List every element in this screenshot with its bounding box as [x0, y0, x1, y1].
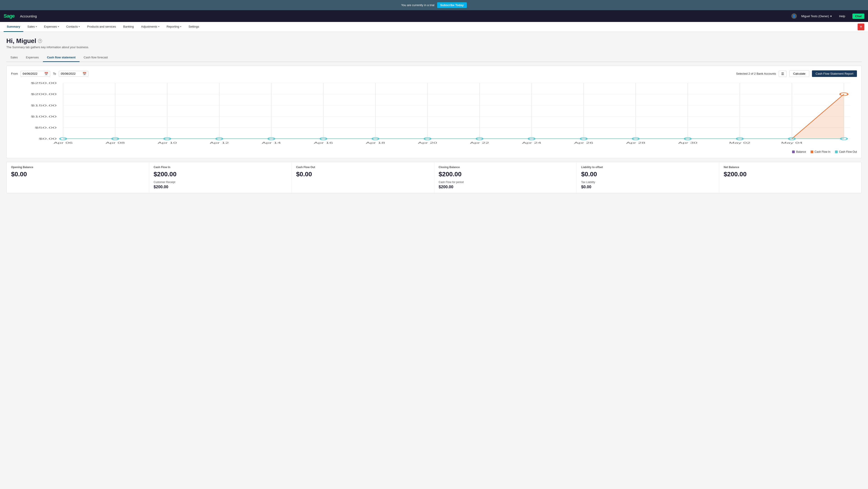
nav-item-adjustments[interactable]: Adjustments ▾ — [138, 22, 162, 32]
svg-text:May 04: May 04 — [781, 141, 802, 144]
tab-sales[interactable]: Sales — [6, 53, 22, 62]
svg-text:May 02: May 02 — [729, 141, 750, 144]
cash-flow-in-value: $200.00 — [154, 171, 287, 178]
app-name: Accounting — [20, 14, 37, 18]
svg-text:Apr 06: Apr 06 — [54, 141, 73, 144]
stat-net-balance: Net Balance $200.00 — [719, 162, 862, 193]
stat-liability-to-offset: Liability to offset $0.00 Tax Liability … — [577, 162, 719, 193]
svg-text:Apr 26: Apr 26 — [574, 141, 593, 144]
add-button[interactable]: + — [858, 24, 864, 30]
stat-opening-balance: Opening Balance $0.00 — [6, 162, 149, 193]
svg-text:Apr 24: Apr 24 — [522, 141, 541, 144]
svg-text:Apr 10: Apr 10 — [158, 141, 177, 144]
sales-chevron-icon: ▾ — [36, 25, 37, 28]
net-balance-value: $200.00 — [724, 171, 857, 178]
tab-cash-flow-forecast[interactable]: Cash flow forecast — [80, 53, 112, 62]
opening-balance-value: $0.00 — [11, 171, 145, 178]
page-subtitle: The Summary tab gathers key information … — [6, 46, 862, 49]
svg-text:Apr 30: Apr 30 — [678, 141, 698, 144]
legend-cash-flow-in-color — [811, 150, 813, 153]
liability-to-offset-label: Liability to offset — [581, 166, 715, 169]
user-avatar-icon: 👤 — [792, 13, 797, 19]
from-date-field[interactable] — [23, 72, 43, 75]
legend-balance-color — [792, 150, 795, 153]
tax-liability-value: $0.00 — [581, 185, 715, 190]
chart-container: From 📅 To 📅 Selected 2 of 2 Bank Account… — [6, 66, 862, 158]
stats-row: Opening Balance $0.00 Cash Flow In $200.… — [6, 162, 862, 193]
from-label: From — [11, 72, 18, 75]
reporting-chevron-icon: ▾ — [180, 25, 181, 28]
cash-flow-period-label: Cash Flow for period — [439, 180, 572, 184]
svg-text:$250.00: $250.00 — [31, 82, 57, 84]
svg-text:Apr 22: Apr 22 — [470, 141, 489, 144]
user-chevron-icon: ▾ — [830, 15, 832, 18]
adjustments-chevron-icon: ▾ — [158, 25, 159, 28]
legend-cash-flow-in: Cash Flow In — [811, 150, 831, 153]
legend-cash-flow-in-label: Cash Flow In — [815, 150, 831, 153]
nav-item-contacts[interactable]: Contacts ▾ — [63, 22, 83, 32]
bank-accounts-text: Selected 2 of 2 Bank Accounts — [736, 72, 776, 75]
cash-flow-report-button[interactable]: Cash Flow Statement Report — [812, 70, 857, 77]
chart-legend: Balance Cash Flow In Cash Flow Out — [11, 150, 857, 153]
page-title: Hi, Miguel ? — [6, 37, 862, 45]
nav-item-expenses[interactable]: Expenses ▾ — [41, 22, 62, 32]
nav-item-banking[interactable]: Banking — [120, 22, 137, 32]
svg-text:Apr 28: Apr 28 — [626, 141, 645, 144]
cash-flow-out-value: $0.00 — [296, 171, 430, 178]
svg-text:Apr 20: Apr 20 — [418, 141, 437, 144]
page-content: Hi, Miguel ? The Summary tab gathers key… — [0, 32, 868, 487]
bank-accounts-list-button[interactable]: ☰ — [779, 70, 786, 77]
nav-item-summary[interactable]: Summary — [4, 22, 23, 32]
nav-item-sales[interactable]: Sales ▾ — [24, 22, 40, 32]
contacts-chevron-icon: ▾ — [79, 25, 80, 28]
main-header: Sage Accounting 👤 Miguel Tests (Owner) ▾… — [0, 10, 868, 22]
legend-cash-flow-out-label: Cash Flow Out — [839, 150, 857, 153]
customer-receipt-label: Customer Receipt — [154, 180, 287, 184]
cash-flow-out-label: Cash Flow Out — [296, 166, 430, 169]
chart-area: $250.00 $200.00 $150.00 $100.00 $50.00 $… — [11, 81, 857, 148]
sage-logo: Sage — [4, 13, 15, 19]
stat-closing-balance: Closing Balance $200.00 Cash Flow for pe… — [434, 162, 577, 193]
liability-to-offset-value: $0.00 — [581, 171, 715, 178]
svg-text:$100.00: $100.00 — [31, 115, 57, 118]
from-date-input[interactable]: 📅 — [21, 71, 50, 77]
svg-text:$150.00: $150.00 — [31, 104, 57, 107]
nav-item-products[interactable]: Products and services — [84, 22, 119, 32]
svg-text:$200.00: $200.00 — [31, 92, 57, 95]
chart-svg: $250.00 $200.00 $150.00 $100.00 $50.00 $… — [11, 81, 857, 148]
svg-text:Apr 18: Apr 18 — [366, 141, 385, 144]
to-date-field[interactable] — [61, 72, 81, 75]
to-calendar-icon[interactable]: 📅 — [83, 72, 86, 76]
svg-text:Apr 14: Apr 14 — [262, 141, 281, 144]
nav-item-settings[interactable]: Settings — [185, 22, 202, 32]
help-link[interactable]: Help — [839, 15, 845, 18]
expenses-chevron-icon: ▾ — [58, 25, 59, 28]
subscribe-button[interactable]: Subscribe Today — [437, 2, 467, 8]
help-tooltip-icon[interactable]: ? — [38, 39, 42, 43]
svg-text:Apr 12: Apr 12 — [210, 141, 229, 144]
stat-cash-flow-out: Cash Flow Out $0.00 — [291, 162, 434, 193]
tab-bar: Sales Expenses Cash flow statement Cash … — [6, 53, 862, 62]
nav-item-reporting[interactable]: Reporting ▾ — [163, 22, 184, 32]
to-label: To — [53, 72, 56, 75]
svg-text:$50.00: $50.00 — [35, 126, 57, 129]
trial-banner: You are currently in a trial Subscribe T… — [0, 0, 868, 10]
calculate-button[interactable]: Calculate — [789, 70, 809, 77]
chat-button[interactable]: Chat — [852, 13, 864, 19]
cash-flow-in-label: Cash Flow In — [154, 166, 287, 169]
user-name: Miguel Tests (Owner) — [801, 15, 829, 18]
user-menu[interactable]: Miguel Tests (Owner) ▾ — [801, 15, 832, 18]
from-calendar-icon[interactable]: 📅 — [44, 72, 48, 76]
stat-cash-flow-in: Cash Flow In $200.00 Customer Receipt $2… — [149, 162, 292, 193]
legend-cash-flow-out-color — [835, 150, 838, 153]
svg-text:Apr 16: Apr 16 — [314, 141, 333, 144]
to-date-input[interactable]: 📅 — [59, 71, 88, 77]
svg-text:Apr 08: Apr 08 — [105, 141, 125, 144]
closing-balance-value: $200.00 — [439, 171, 572, 178]
tab-expenses[interactable]: Expenses — [22, 53, 43, 62]
cash-flow-period-value: $200.00 — [439, 185, 572, 190]
net-balance-label: Net Balance — [724, 166, 857, 169]
tab-cash-flow-statement[interactable]: Cash flow statement — [43, 53, 80, 62]
tax-liability-label: Tax Liability — [581, 180, 715, 184]
nav-bar: Summary Sales ▾ Expenses ▾ Contacts ▾ Pr… — [0, 22, 868, 32]
